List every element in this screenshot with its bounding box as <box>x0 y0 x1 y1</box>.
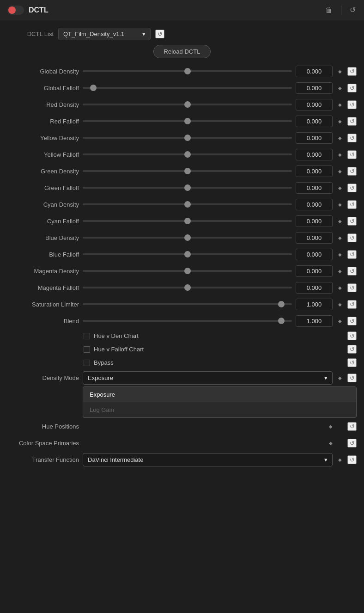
slider-thumb-cyan-falloff[interactable] <box>184 218 191 224</box>
value-box-green-density[interactable]: 0.000 <box>296 166 333 177</box>
slider-thumb-global-density[interactable] <box>184 68 191 74</box>
slider-thumb-blue-falloff[interactable] <box>184 251 191 257</box>
slider-thumb-cyan-density[interactable] <box>184 201 191 208</box>
slider-thumb-magenta-falloff[interactable] <box>184 284 191 291</box>
slider-thumb-red-density[interactable] <box>184 101 191 108</box>
reset-blue-density[interactable]: ↺ <box>347 233 357 242</box>
slider-blue-density[interactable] <box>83 233 292 242</box>
reset-magenta-density[interactable]: ↺ <box>347 267 357 276</box>
slider-thumb-yellow-density[interactable] <box>184 135 191 141</box>
param-row-red-falloff: Red Falloff 0.000 ◆ ↺ <box>0 113 364 129</box>
slider-thumb-global-falloff[interactable] <box>90 85 97 91</box>
slider-red-density[interactable] <box>83 100 292 109</box>
checkbox-hue-falloff-chart[interactable] <box>84 346 90 353</box>
density-mode-dropdown[interactable]: Exposure ▾ <box>83 371 333 385</box>
reset-blend[interactable]: ↺ <box>347 317 357 325</box>
slider-cyan-density[interactable] <box>83 200 292 209</box>
transfer-function-reset[interactable]: ↺ <box>347 455 357 464</box>
value-box-blend[interactable]: 1.000 <box>296 315 333 327</box>
slider-saturation-limiter[interactable] <box>83 300 292 309</box>
option-log-gain[interactable]: Log Gain <box>83 402 356 417</box>
power-toggle[interactable] <box>7 6 24 15</box>
value-box-blue-density[interactable]: 0.000 <box>296 232 333 244</box>
reset-red-density[interactable]: ↺ <box>347 100 357 109</box>
color-space-primaries-reset[interactable]: ↺ <box>347 439 357 447</box>
checkbox-hue-den-chart[interactable] <box>84 333 90 339</box>
slider-thumb-magenta-density[interactable] <box>184 268 191 274</box>
diamond-saturation-limiter: ◆ <box>336 302 344 307</box>
slider-blue-falloff[interactable] <box>83 250 292 259</box>
slider-blend[interactable] <box>83 316 292 325</box>
checkbox-reset-hue-falloff-chart[interactable]: ↺ <box>347 345 357 354</box>
reload-dctl-button[interactable]: Reload DCTL <box>153 45 211 58</box>
value-box-global-density[interactable]: 0.000 <box>296 66 333 77</box>
reset-green-falloff[interactable]: ↺ <box>347 184 357 192</box>
slider-cyan-falloff[interactable] <box>83 216 292 226</box>
checkbox-reset-hue-den-chart[interactable]: ↺ <box>347 331 357 340</box>
dctl-list-reset[interactable]: ↺ <box>155 30 164 38</box>
density-mode-label: Density Mode <box>7 374 79 381</box>
param-label-cyan-density: Cyan Density <box>7 201 79 208</box>
slider-magenta-falloff[interactable] <box>83 283 292 292</box>
slider-thumb-blue-density[interactable] <box>184 234 191 241</box>
param-row-green-density: Green Density 0.000 ◆ ↺ <box>0 163 364 179</box>
slider-yellow-density[interactable] <box>83 133 292 142</box>
slider-track-magenta-falloff <box>83 287 292 288</box>
checkbox-reset-bypass[interactable]: ↺ <box>347 358 357 367</box>
slider-thumb-yellow-falloff[interactable] <box>184 151 191 158</box>
reset-all-button[interactable]: ↺ <box>349 5 357 15</box>
delete-button[interactable]: 🗑 <box>324 5 334 15</box>
slider-thumb-red-falloff[interactable] <box>184 118 191 124</box>
slider-track-blue-density <box>83 237 292 239</box>
reset-red-falloff[interactable]: ↺ <box>347 117 357 126</box>
value-box-yellow-density[interactable]: 0.000 <box>296 132 333 144</box>
slider-thumb-green-density[interactable] <box>184 168 191 174</box>
slider-yellow-falloff[interactable] <box>83 150 292 159</box>
hue-positions-reset[interactable]: ↺ <box>347 422 357 431</box>
value-box-blue-falloff[interactable]: 0.000 <box>296 249 333 260</box>
reset-yellow-density[interactable]: ↺ <box>347 134 357 142</box>
slider-thumb-green-falloff[interactable] <box>184 184 191 191</box>
reset-magenta-falloff[interactable]: ↺ <box>347 283 357 292</box>
value-box-cyan-falloff[interactable]: 0.000 <box>296 215 333 227</box>
slider-green-falloff[interactable] <box>83 183 292 192</box>
slider-thumb-saturation-limiter[interactable] <box>278 301 285 307</box>
reset-global-density[interactable]: ↺ <box>347 67 357 76</box>
value-box-red-density[interactable]: 0.000 <box>296 99 333 110</box>
reset-blue-falloff[interactable]: ↺ <box>347 250 357 259</box>
slider-global-falloff[interactable] <box>83 83 292 92</box>
param-row-blend: Blend 1.000 ◆ ↺ <box>0 313 364 329</box>
checkbox-bypass[interactable] <box>84 360 90 366</box>
reset-cyan-density[interactable]: ↺ <box>347 200 357 209</box>
param-row-blue-falloff: Blue Falloff 0.000 ◆ ↺ <box>0 246 364 263</box>
checkbox-rows: Hue v Den Chart ↺ Hue v Falloff Chart ↺ … <box>0 329 364 369</box>
slider-global-density[interactable] <box>83 67 292 76</box>
dctl-list-dropdown[interactable]: QT_Film_Density_v1.1 ▾ <box>58 28 151 40</box>
value-box-yellow-falloff[interactable]: 0.000 <box>296 149 333 160</box>
checkbox-area-hue-falloff-chart: Hue v Falloff Chart ↺ <box>84 345 357 354</box>
slider-magenta-density[interactable] <box>83 266 292 276</box>
density-mode-reset[interactable]: ↺ <box>347 374 357 382</box>
value-box-saturation-limiter[interactable]: 1.000 <box>296 299 333 310</box>
reset-cyan-falloff[interactable]: ↺ <box>347 217 357 226</box>
slider-track-blend <box>83 320 292 322</box>
option-exposure[interactable]: Exposure <box>83 387 356 402</box>
value-box-red-falloff[interactable]: 0.000 <box>296 116 333 127</box>
reset-yellow-falloff[interactable]: ↺ <box>347 150 357 159</box>
reset-global-falloff[interactable]: ↺ <box>347 84 357 92</box>
value-box-global-falloff[interactable]: 0.000 <box>296 82 333 94</box>
value-box-magenta-density[interactable]: 0.000 <box>296 265 333 277</box>
header-left: DCTL <box>7 6 49 15</box>
value-box-magenta-falloff[interactable]: 0.000 <box>296 282 333 294</box>
slider-green-density[interactable] <box>83 166 292 176</box>
reset-saturation-limiter[interactable]: ↺ <box>347 300 357 309</box>
value-box-cyan-density[interactable]: 0.000 <box>296 199 333 210</box>
slider-red-falloff[interactable] <box>83 116 292 126</box>
param-label-magenta-falloff: Magenta Falloff <box>7 284 79 291</box>
value-box-green-falloff[interactable]: 0.000 <box>296 182 333 194</box>
slider-thumb-blend[interactable] <box>278 318 285 324</box>
transfer-function-dropdown[interactable]: DaVinci Intermediate ▾ <box>83 453 333 466</box>
color-space-primaries-row: Color Space Primaries ◆ ↺ <box>0 435 364 451</box>
diamond-magenta-falloff: ◆ <box>336 285 344 290</box>
reset-green-density[interactable]: ↺ <box>347 167 357 176</box>
